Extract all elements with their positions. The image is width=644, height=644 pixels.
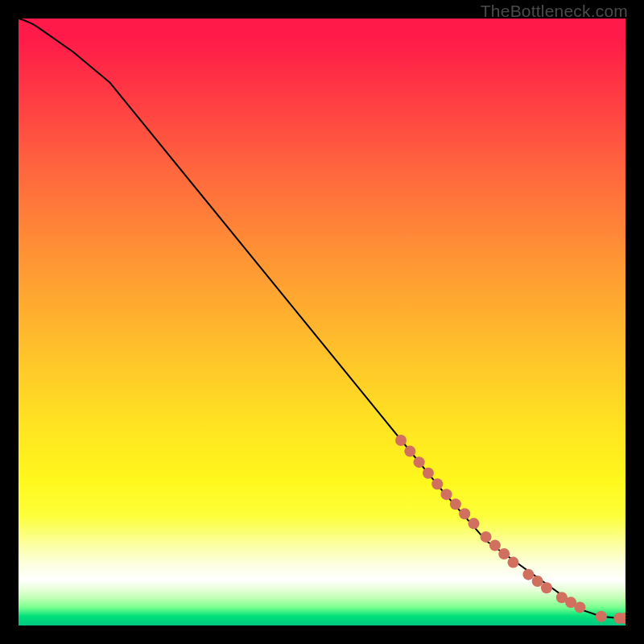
highlight-point — [541, 582, 552, 593]
highlight-point — [395, 435, 407, 446]
highlight-point — [489, 539, 501, 551]
plot-area — [19, 19, 625, 625]
highlight-point — [459, 508, 470, 519]
curve-line — [19, 19, 625, 618]
highlight-point — [498, 548, 510, 559]
highlight-point — [508, 557, 519, 568]
highlight-point — [431, 478, 443, 489]
highlight-point — [596, 611, 607, 622]
curve-path — [19, 19, 625, 618]
highlight-point — [450, 498, 461, 510]
highlight-points — [395, 435, 625, 624]
highlight-point — [423, 468, 434, 479]
chart-frame: TheBottleneck.com — [0, 0, 644, 644]
highlight-point — [574, 601, 585, 613]
highlight-point — [441, 489, 452, 500]
highlight-point — [469, 518, 480, 529]
highlight-point — [532, 576, 543, 587]
highlight-point — [404, 446, 415, 457]
chart-svg — [19, 19, 625, 625]
highlight-point — [414, 456, 425, 468]
highlight-point — [522, 569, 534, 580]
highlight-point — [481, 531, 492, 543]
